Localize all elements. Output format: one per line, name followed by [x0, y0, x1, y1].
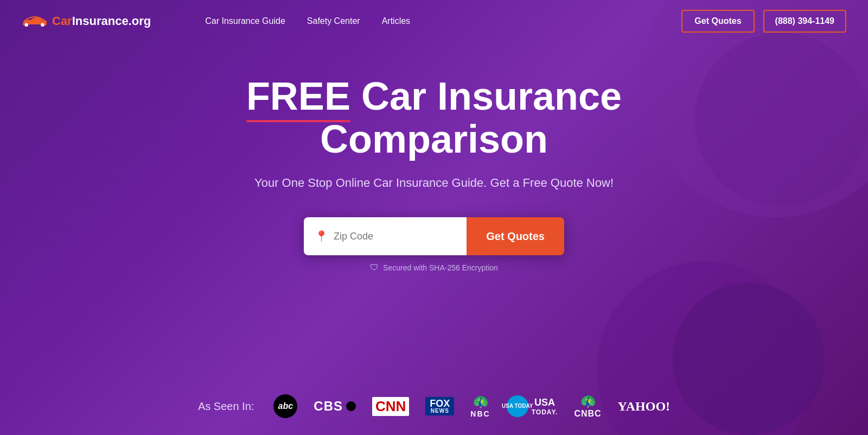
- logo-text: CarInsurance.org: [52, 14, 151, 28]
- zip-form: 📍 Get Quotes: [304, 217, 564, 255]
- nbc-text: NBC: [470, 409, 490, 418]
- abc-logo-mark: abc: [273, 394, 297, 418]
- hero-subtitle: Your One Stop Online Car Insurance Guide…: [254, 176, 614, 190]
- site-header: CarInsurance.org Car Insurance Guide Saf…: [0, 0, 868, 42]
- security-text: Secured with SHA-256 Encryption: [383, 263, 498, 272]
- nav-phone-button[interactable]: (888) 394-1149: [763, 10, 846, 33]
- logo[interactable]: CarInsurance.org: [22, 12, 151, 30]
- car-icon: [22, 12, 48, 30]
- fox-news-box: FOX NEWS: [425, 397, 454, 415]
- main-nav: Car Insurance Guide Safety Center Articl…: [205, 16, 660, 26]
- usa-today-wrap: USA TODAY USA TODAY.: [507, 395, 558, 417]
- fox-text: FOX: [430, 399, 450, 408]
- security-note: 🛡 Secured with SHA-256 Encryption: [370, 263, 498, 273]
- nbc-logo: 🦚 NBC: [470, 394, 490, 418]
- nav-get-quotes-button[interactable]: Get Quotes: [681, 10, 754, 33]
- usa-today-circle-text: USA TODAY: [502, 404, 533, 409]
- usa-text: USA: [534, 397, 555, 408]
- peacock-icon: 🦚: [473, 394, 489, 409]
- cbs-logo: CBS: [314, 399, 356, 414]
- cnbc-peacock-icon: 🦚: [580, 394, 596, 409]
- shield-icon: 🛡: [370, 263, 379, 273]
- as-seen-in-label: As Seen In:: [198, 400, 254, 413]
- fox-news-logo: FOX NEWS: [425, 397, 454, 415]
- yahoo-text: YAHOO!: [618, 399, 670, 414]
- cnbc-wrap: 🦚 CNBC: [574, 394, 601, 419]
- cbs-text: CBS: [314, 399, 343, 414]
- svg-point-0: [25, 23, 28, 27]
- usa-today-circle: USA TODAY: [507, 395, 528, 417]
- cnn-text: CNN: [372, 397, 409, 416]
- header-actions: Get Quotes (888) 394-1149: [681, 10, 846, 33]
- hero-title-rest: Car Insurance Comparison: [320, 74, 622, 161]
- media-logos: abc CBS CNN FOX NEWS 🦚: [273, 394, 670, 419]
- yahoo-logo: YAHOO!: [618, 399, 670, 414]
- nav-safety-center[interactable]: Safety Center: [307, 16, 360, 26]
- hero-title-free: FREE: [246, 75, 350, 118]
- location-pin-icon: 📍: [315, 230, 328, 243]
- today-text: TODAY.: [532, 408, 558, 416]
- nav-articles[interactable]: Articles: [382, 16, 410, 26]
- svg-point-1: [41, 23, 44, 27]
- nav-car-insurance-guide[interactable]: Car Insurance Guide: [205, 16, 285, 26]
- cbs-circle: [346, 401, 356, 411]
- usa-today-logo: USA TODAY USA TODAY.: [507, 395, 558, 417]
- cnbc-text: CNBC: [574, 409, 601, 419]
- hero-title: FREE Car Insurance Comparison: [136, 75, 732, 161]
- news-text: NEWS: [431, 408, 449, 414]
- abc-logo: abc: [273, 394, 297, 418]
- usa-today-text-block: USA TODAY.: [532, 397, 558, 416]
- zip-input-wrap: 📍: [304, 217, 467, 255]
- hero-get-quotes-button[interactable]: Get Quotes: [467, 217, 564, 255]
- cnn-logo: CNN: [372, 397, 409, 416]
- cnbc-logo: 🦚 CNBC: [574, 394, 601, 419]
- zip-code-input[interactable]: [334, 231, 456, 242]
- nbc-logo-mark: 🦚 NBC: [470, 394, 490, 418]
